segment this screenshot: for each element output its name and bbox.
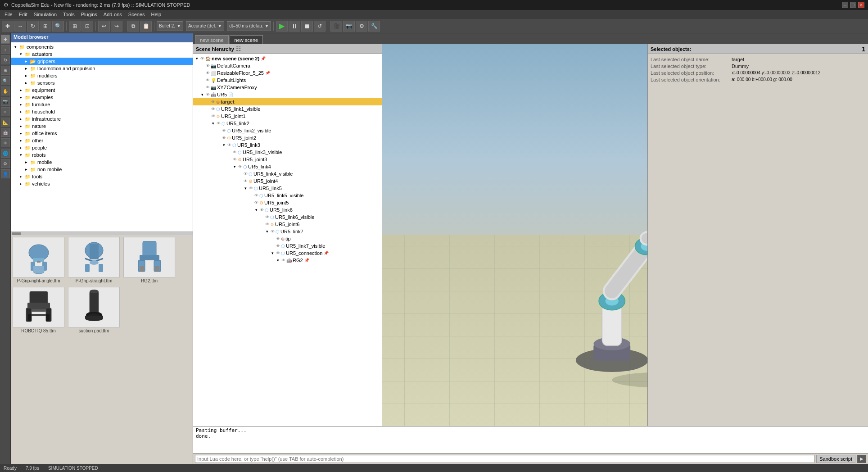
sh-ur5[interactable]: ▾ 👁 🤖 UR5 📄 <box>193 91 382 98</box>
sh-defaultcamera[interactable]: 👁 📷 DefaultCamera <box>193 62 382 69</box>
menu-addons[interactable]: Add-ons <box>101 11 125 18</box>
sh-joint3[interactable]: 👁 ⚙ UR5_joint3 <box>193 156 382 163</box>
menu-plugins[interactable]: Plugins <box>78 11 100 18</box>
thumb-scroll-handle[interactable] <box>12 232 21 235</box>
menu-simulation[interactable]: Simulation <box>31 11 59 18</box>
sh-link2[interactable]: ▾ 👁 ⬡ UR5_link2 <box>193 120 382 127</box>
calc-mode-dropdown[interactable]: Accurate (def. ▼ <box>186 21 224 31</box>
tree-item-other[interactable]: ▸ 📁 other <box>11 137 193 144</box>
tb-copy[interactable]: ⧉ <box>127 21 139 32</box>
sh-link4vis[interactable]: 👁 ⬡ UR5_link4_visible <box>193 170 382 177</box>
icon-config[interactable]: ⚙ <box>1 159 10 168</box>
tb-settings1[interactable]: ⚙ <box>356 21 367 32</box>
thumb-pgrip-straight[interactable]: P-Grip-straight.ttm <box>68 237 120 283</box>
sh-tree[interactable]: ▾ 👁 🏠 new scene (scene 2) 📌 👁 📷 DefaultC… <box>193 54 382 426</box>
thumb-scrollbar-top[interactable] <box>11 231 193 235</box>
sh-joint5[interactable]: 👁 ⚙ UR5_joint5 <box>193 199 382 206</box>
menu-tools[interactable]: Tools <box>60 11 77 18</box>
icon-user[interactable]: 👤 <box>1 169 10 178</box>
icon-move[interactable]: ↕ <box>1 45 10 54</box>
sh-link6vis[interactable]: 👁 ⬡ UR5_link6_visible <box>193 213 382 221</box>
sh-link5[interactable]: ▾ 👁 ⬡ UR5_link5 <box>193 185 382 192</box>
sh-connection[interactable]: ▾ 👁 ⬡ UR5_connection 📌 <box>193 250 382 257</box>
lua-submit-btn[interactable]: ▶ <box>857 455 866 463</box>
tb-paste[interactable]: 📋 <box>140 21 152 32</box>
tree-item-non-mobile[interactable]: ▸ 📁 non-mobile <box>11 166 193 173</box>
tree-item-people[interactable]: ▸ 📁 people <box>11 144 193 151</box>
tb-step[interactable]: ↺ <box>314 21 326 32</box>
tb-select[interactable]: ✚ <box>2 21 14 32</box>
tb-undo[interactable]: ↩ <box>98 21 110 32</box>
sh-joint4[interactable]: 👁 ⚙ UR5_joint4 <box>193 177 382 185</box>
tree-item-locomotion[interactable]: ▸ 📁 locomotion and propulsion <box>11 65 193 72</box>
icon-scale[interactable]: ⊕ <box>1 66 10 75</box>
minimize-button[interactable]: ─ <box>842 2 848 8</box>
tree-item-furniture[interactable]: ▸ 📁 furniture <box>11 101 193 108</box>
tree-item-office[interactable]: ▸ 📁 office items <box>11 130 193 137</box>
window-controls[interactable]: ─ □ ✕ <box>842 2 864 8</box>
sh-rg2[interactable]: ▾ 👁 🤖 RG2 📌 <box>193 257 382 264</box>
icon-layers[interactable]: ≡ <box>1 107 10 116</box>
physics-engine-dropdown[interactable]: Bullet 2. ▼ <box>157 21 183 31</box>
sh-link2vis[interactable]: 👁 ⬡ UR5_link2_visible <box>193 127 382 134</box>
tb-render[interactable]: 🎥 <box>330 21 342 32</box>
tb-scale[interactable]: ⊞ <box>40 21 51 32</box>
sh-link3vis[interactable]: 👁 ⬡ UR5_link3_visible <box>193 149 382 156</box>
model-thumbnails[interactable]: P-Grip-right-angle.ttm <box>11 235 193 335</box>
tree-item-mobile[interactable]: ▸ 📁 mobile <box>11 159 193 166</box>
tree-item-grippers[interactable]: ▸ 📂 grippers <box>11 58 193 65</box>
icon-robot[interactable]: 🤖 <box>1 128 10 137</box>
tree-item-nature[interactable]: ▸ 📁 nature <box>11 123 193 130</box>
tree-item-modifiers[interactable]: ▸ 📁 modifiers <box>11 72 193 79</box>
icon-render2[interactable]: 🌐 <box>1 149 10 158</box>
icon-camera[interactable]: 📷 <box>1 97 10 106</box>
icon-pan[interactable]: ✋ <box>1 86 10 95</box>
scene-tab-2[interactable]: new scene <box>230 35 263 44</box>
icon-select[interactable]: ✚ <box>1 35 10 44</box>
sh-xyzproxy[interactable]: 👁 📷 XYZCameraProxy <box>193 84 382 91</box>
thumb-robotiq85[interactable]: ROBOTIQ 85.ttm <box>13 287 64 333</box>
tb-snap[interactable]: ⊡ <box>81 21 93 32</box>
model-tree[interactable]: ▾ 📁 components ▾ 📁 actuators ▸ 📂 gripper… <box>11 42 193 231</box>
tb-move[interactable]: ↔ <box>14 21 26 32</box>
sh-root[interactable]: ▾ 👁 🏠 new scene (scene 2) 📌 <box>193 55 382 62</box>
tree-item-robots[interactable]: ▾ 📁 robots <box>11 151 193 159</box>
tb-screenshot[interactable]: 📷 <box>343 21 355 32</box>
sh-link7vis[interactable]: 👁 ⬡ UR5_link7_visible <box>193 242 382 250</box>
tree-item-sensors[interactable]: ▸ 📁 sensors <box>11 79 193 86</box>
sh-joint1[interactable]: 👁 ⚙ UR5_joint1 <box>193 113 382 120</box>
sh-joint2[interactable]: 👁 ⚙ UR5_joint2 <box>193 134 382 141</box>
tb-pause[interactable]: ⏸ <box>289 21 300 32</box>
lua-input[interactable] <box>195 455 814 463</box>
tree-item-household[interactable]: ▸ 📁 household <box>11 108 193 115</box>
timestep-dropdown[interactable]: dt=50 ms (defau. ▼ <box>227 21 271 31</box>
scene-tab-1[interactable]: new scene <box>195 35 229 44</box>
tb-redo[interactable]: ↪ <box>111 21 122 32</box>
sh-link5vis[interactable]: 👁 ⬡ UR5_link5_visible <box>193 192 382 199</box>
tree-item-tools[interactable]: ▸ 📁 tools <box>11 173 193 180</box>
icon-zoom[interactable]: 🔍 <box>1 76 10 85</box>
thumb-suction[interactable]: suction pad.ttm <box>68 287 120 333</box>
viewport[interactable]: EDU X Y Z Selected objects: <box>382 44 868 426</box>
tb-zoom[interactable]: 🔍 <box>52 21 64 32</box>
sh-floor[interactable]: 👁 ⬜ ResizableFloor_5_25 📌 <box>193 69 382 77</box>
sh-target[interactable]: 👁 ⊕ target <box>193 98 382 105</box>
tb-rotate[interactable]: ↻ <box>27 21 39 32</box>
sh-link7[interactable]: ▾ 👁 ⬡ UR5_link7 <box>193 228 382 235</box>
sh-link3[interactable]: ▾ 👁 ⬡ UR5_link3 <box>193 141 382 149</box>
menu-scenes[interactable]: Scenes <box>126 11 148 18</box>
tree-item-examples[interactable]: ▸ 📁 examples <box>11 94 193 101</box>
icon-measure[interactable]: 📐 <box>1 118 10 127</box>
sh-joint6[interactable]: 👁 ⚙ UR5_joint6 <box>193 221 382 228</box>
tb-play[interactable]: ▶ <box>276 21 288 32</box>
tree-item-equipment[interactable]: ▸ 📁 equipment <box>11 86 193 94</box>
sh-link1vis[interactable]: 👁 ⬡ UR5_link1_visible <box>193 105 382 113</box>
tb-settings2[interactable]: 🔧 <box>368 21 380 32</box>
icon-rotate[interactable]: ↻ <box>1 55 10 64</box>
maximize-button[interactable]: □ <box>850 2 856 8</box>
close-button[interactable]: ✕ <box>858 2 864 8</box>
tree-item-vehicles[interactable]: ▸ 📁 vehicles <box>11 180 193 187</box>
icon-physics[interactable]: ⚛ <box>1 138 10 147</box>
sh-link4[interactable]: ▾ 👁 ⬡ UR5_link4 <box>193 163 382 170</box>
tb-grid[interactable]: ⊞ <box>69 21 81 32</box>
